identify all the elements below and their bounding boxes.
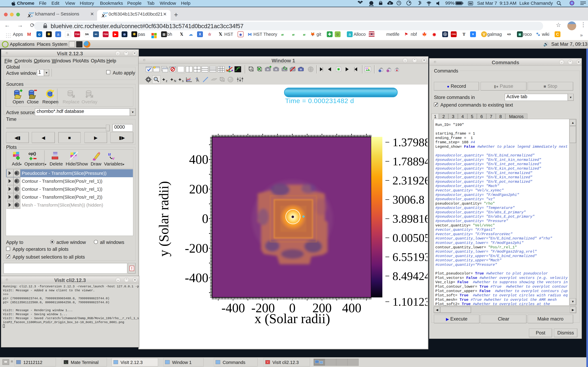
svg-text:x (Solar radii): x (Solar radii)	[254, 311, 330, 326]
svg-text:1.37988: 1.37988	[392, 136, 428, 149]
svg-text:8.49424: 8.49424	[392, 270, 428, 283]
svg-text:99%: 99%	[445, 0, 454, 6]
svg-text:-400: -400	[221, 301, 245, 315]
svg-text:Time = 0.000231482 d: Time = 0.000231482 d	[285, 97, 354, 104]
svg-text:200: 200	[189, 182, 208, 196]
svg-text:z: z	[166, 79, 167, 83]
svg-text:6.55193: 6.55193	[392, 250, 428, 263]
svg-text:y (Solar radii): y (Solar radii)	[156, 181, 171, 257]
svg-text:1.10123: 1.10123	[392, 295, 428, 308]
svg-text:0: 0	[202, 211, 208, 226]
svg-text:400: 400	[342, 301, 361, 315]
svg-text:u: u	[108, 151, 111, 157]
svg-text:op(): op()	[28, 151, 36, 156]
svg-text:1.78894: 1.78894	[392, 155, 428, 168]
svg-text:400: 400	[189, 152, 208, 167]
svg-text:s: s	[182, 79, 184, 83]
svg-text:-200: -200	[185, 241, 208, 255]
svg-text:N: N	[174, 79, 176, 83]
svg-text:3.89816: 3.89816	[392, 212, 428, 225]
svg-text:v: v	[112, 155, 115, 161]
svg-text:3006.8: 3006.8	[392, 193, 424, 206]
svg-text:2.31926: 2.31926	[392, 174, 428, 187]
svg-text:0.00505: 0.00505	[392, 231, 428, 244]
svg-text:-400: -400	[185, 271, 208, 285]
